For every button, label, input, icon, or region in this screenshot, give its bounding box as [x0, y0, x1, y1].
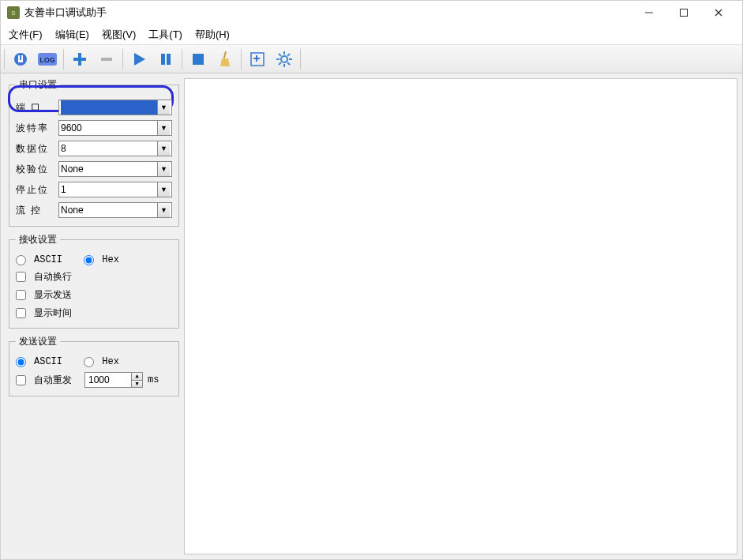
send-ascii-label: ASCII: [34, 356, 62, 367]
spin-down-icon[interactable]: ▼: [132, 381, 142, 388]
play-button[interactable]: [128, 48, 150, 70]
svg-line-28: [287, 54, 290, 56]
interval-unit: ms: [148, 374, 159, 385]
chevron-down-icon[interactable]: ▼: [157, 121, 170, 135]
stopbits-combo[interactable]: 1 ▼: [58, 182, 172, 197]
svg-line-29: [279, 62, 281, 65]
svg-rect-5: [18, 55, 20, 60]
svg-rect-16: [193, 54, 204, 65]
settings-button[interactable]: [273, 48, 295, 70]
interval-input[interactable]: [85, 373, 131, 387]
svg-rect-12: [101, 58, 112, 61]
port-combo[interactable]: ▼: [58, 100, 172, 115]
sidebar: 串口设置 端 口 ▼ 波特率 9600 ▼ 数据位 8: [1, 73, 184, 559]
svg-rect-6: [21, 55, 23, 60]
content-area: 串口设置 端 口 ▼ 波特率 9600 ▼ 数据位 8: [1, 73, 742, 559]
baud-value: 9600: [61, 122, 157, 133]
recv-hex-radio[interactable]: [84, 255, 94, 265]
stopbits-value: 1: [61, 184, 157, 195]
send-hex-radio[interactable]: [84, 357, 94, 367]
recv-ascii-label: ASCII: [34, 254, 62, 265]
window-title: 友善串口调试助手: [24, 6, 107, 20]
menu-file[interactable]: 文件(F): [6, 26, 46, 43]
new-window-button[interactable]: [246, 48, 268, 70]
menu-view[interactable]: 视图(V): [99, 26, 139, 43]
autowrap-checkbox[interactable]: [16, 272, 26, 282]
menu-edit[interactable]: 编辑(E): [52, 26, 92, 43]
app-icon: S: [7, 6, 20, 19]
add-button[interactable]: [69, 48, 91, 70]
svg-rect-14: [161, 54, 165, 65]
svg-point-21: [281, 56, 287, 62]
send-settings-legend: 发送设置: [16, 335, 60, 348]
svg-rect-20: [253, 58, 260, 59]
svg-marker-13: [134, 53, 145, 66]
svg-rect-15: [167, 54, 171, 65]
serial-settings-legend: 串口设置: [16, 78, 60, 92]
baud-label: 波特率: [16, 122, 54, 135]
flow-value: None: [61, 205, 157, 216]
stopbits-label: 停止位: [16, 183, 54, 197]
databits-label: 数据位: [16, 142, 54, 156]
recv-ascii-radio[interactable]: [16, 255, 26, 265]
port-value: [61, 100, 157, 115]
baud-combo[interactable]: 9600 ▼: [58, 120, 172, 136]
port-label: 端 口: [16, 101, 54, 115]
toolbar: LOG: [1, 45, 742, 73]
svg-line-27: [287, 62, 290, 65]
parity-value: None: [61, 163, 157, 175]
databits-value: 8: [61, 143, 157, 154]
recv-hex-label: Hex: [102, 254, 119, 265]
chevron-down-icon[interactable]: ▼: [157, 203, 170, 217]
output-pane[interactable]: [184, 78, 737, 554]
svg-rect-17: [223, 51, 227, 58]
send-settings-group: 发送设置 ASCII Hex 自动重发 ▲: [9, 335, 179, 397]
chevron-down-icon[interactable]: ▼: [157, 162, 170, 176]
chevron-down-icon[interactable]: ▼: [157, 141, 170, 156]
chevron-down-icon[interactable]: ▼: [157, 182, 170, 197]
svg-rect-7: [18, 60, 23, 62]
showtime-checkbox[interactable]: [16, 308, 26, 318]
flow-label: 流 控: [16, 204, 54, 217]
spin-up-icon[interactable]: ▲: [132, 373, 142, 381]
receive-settings-group: 接收设置 ASCII Hex 自动换行 显示发送: [9, 233, 179, 329]
serial-settings-group: 串口设置 端 口 ▼ 波特率 9600 ▼ 数据位 8: [9, 78, 179, 227]
showsend-label: 显示发送: [34, 288, 72, 302]
autowrap-label: 自动换行: [34, 270, 72, 284]
log-button[interactable]: LOG: [36, 48, 58, 70]
svg-rect-11: [73, 58, 86, 61]
parity-label: 校验位: [16, 163, 54, 176]
receive-settings-legend: 接收设置: [16, 233, 60, 246]
maximize-button[interactable]: [666, 2, 701, 24]
svg-text:LOG: LOG: [39, 56, 55, 64]
send-hex-label: Hex: [102, 356, 119, 367]
connect-button[interactable]: [9, 48, 32, 70]
clear-button[interactable]: [187, 48, 209, 70]
minimize-button[interactable]: [632, 2, 666, 24]
showsend-checkbox[interactable]: [16, 290, 26, 300]
remove-button[interactable]: [96, 48, 118, 70]
interval-spinner[interactable]: ▲ ▼: [84, 372, 143, 388]
chevron-down-icon[interactable]: ▼: [157, 100, 170, 115]
clean-button[interactable]: [214, 48, 236, 70]
databits-combo[interactable]: 8 ▼: [58, 141, 172, 156]
send-ascii-radio[interactable]: [16, 357, 26, 367]
svg-line-26: [279, 54, 281, 56]
menu-tools[interactable]: 工具(T): [145, 26, 186, 43]
showtime-label: 显示时间: [34, 306, 72, 320]
menubar: 文件(F) 编辑(E) 视图(V) 工具(T) 帮助(H): [1, 24, 742, 45]
autoresend-checkbox[interactable]: [16, 375, 26, 385]
close-button[interactable]: [701, 2, 736, 24]
svg-point-4: [14, 53, 27, 66]
titlebar: S 友善串口调试助手: [1, 1, 742, 24]
flow-combo[interactable]: None ▼: [58, 202, 172, 218]
pause-button[interactable]: [155, 48, 177, 70]
menu-help[interactable]: 帮助(H): [192, 26, 233, 43]
svg-rect-1: [681, 9, 688, 17]
autoresend-label: 自动重发: [34, 374, 72, 387]
parity-combo[interactable]: None ▼: [58, 161, 172, 177]
